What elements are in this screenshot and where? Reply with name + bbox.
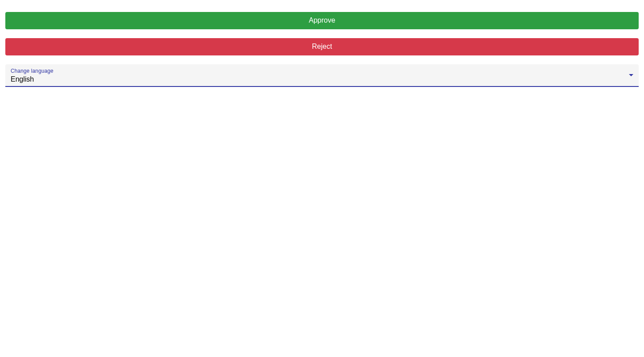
language-select-label: Change language: [11, 68, 633, 74]
approve-button[interactable]: Approve: [5, 12, 639, 29]
language-select-value: English: [11, 75, 34, 83]
language-select[interactable]: Change language English: [5, 64, 639, 87]
reject-button[interactable]: Reject: [5, 38, 639, 55]
chevron-down-icon: [629, 74, 633, 76]
